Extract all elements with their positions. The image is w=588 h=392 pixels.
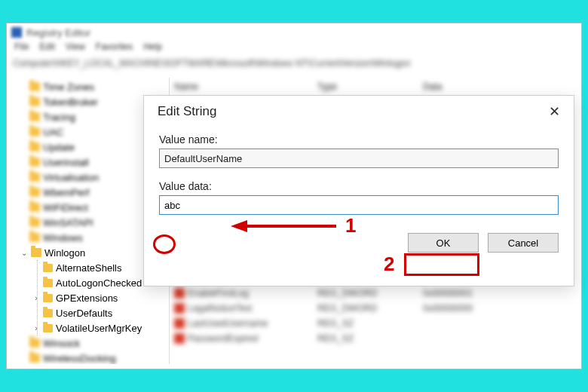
- menu-file[interactable]: File: [14, 41, 29, 57]
- list-row[interactable]: LastUsedUsernameREG_SZ: [174, 316, 572, 331]
- value-name-input[interactable]: [159, 149, 559, 168]
- address-bar[interactable]: Computer\HKEY_LOCAL_MACHINE\SOFTWARE\Mic…: [13, 58, 575, 75]
- annotation-arrow-icon: [231, 219, 336, 234]
- dialog-title: Edit String: [158, 104, 216, 119]
- folder-icon: [29, 112, 40, 121]
- app-title: Registry Editor: [26, 27, 90, 38]
- list-row[interactable]: LegalNoticeTextREG_DWORD0x00000000: [174, 301, 572, 316]
- annotation-1: 1: [345, 214, 356, 237]
- menu-edit[interactable]: Edit: [39, 41, 55, 57]
- folder-icon: [43, 264, 53, 272]
- folder-icon: [29, 188, 40, 197]
- folder-icon: [43, 294, 53, 302]
- folder-icon: [29, 142, 40, 152]
- chevron-right-icon[interactable]: ›: [32, 294, 40, 302]
- tree-label: Winlogon: [44, 247, 85, 259]
- folder-icon: [29, 173, 40, 182]
- string-value-icon: [174, 303, 185, 314]
- chevron-down-icon[interactable]: ⌄: [20, 249, 28, 257]
- folder-icon: [29, 233, 40, 242]
- folder-icon: [43, 279, 53, 287]
- string-value-icon: [174, 318, 185, 329]
- value-data-input[interactable]: [159, 195, 559, 215]
- close-icon[interactable]: ✕: [545, 103, 563, 120]
- tree-item[interactable]: Time Zones: [13, 79, 169, 94]
- folder-icon: [29, 158, 40, 167]
- list-row[interactable]: EnableFirstLogREG_DWORD0x00000001: [174, 286, 572, 301]
- folder-icon: [29, 218, 40, 227]
- menu-view[interactable]: View: [66, 41, 85, 57]
- string-value-icon: [174, 333, 185, 344]
- chevron-right-icon[interactable]: ›: [32, 324, 40, 332]
- titlebar: Registry Editor: [7, 23, 581, 41]
- svg-marker-1: [231, 220, 247, 232]
- menubar: File Edit View Favorites Help: [7, 41, 581, 57]
- value-data-label: Value data:: [159, 180, 559, 192]
- tree-item[interactable]: Winsock: [13, 335, 169, 351]
- menu-favorites[interactable]: Favorites: [96, 41, 133, 57]
- folder-icon: [29, 338, 40, 348]
- folder-icon: [43, 324, 53, 332]
- folder-icon: [43, 309, 53, 317]
- annotation-2: 2: [384, 253, 394, 276]
- folder-icon: [29, 82, 40, 91]
- edit-string-dialog: Edit String ✕ Value name: Value data: OK…: [143, 95, 574, 286]
- list-row[interactable]: PasswordExpiredREG_SZ: [174, 331, 572, 346]
- value-name-label: Value name:: [159, 133, 559, 145]
- cancel-button[interactable]: Cancel: [488, 233, 559, 253]
- folder-icon: [29, 354, 40, 363]
- app-icon: [11, 27, 22, 38]
- ok-button[interactable]: OK: [408, 233, 479, 253]
- folder-icon: [31, 248, 41, 257]
- list-header: Name Type Data: [174, 79, 572, 94]
- menu-help[interactable]: Help: [143, 41, 162, 57]
- folder-icon: [29, 203, 40, 212]
- tree-item[interactable]: WirelessDocking: [13, 351, 169, 364]
- folder-icon: [29, 127, 40, 136]
- folder-icon: [29, 97, 40, 106]
- string-value-icon: [174, 288, 185, 299]
